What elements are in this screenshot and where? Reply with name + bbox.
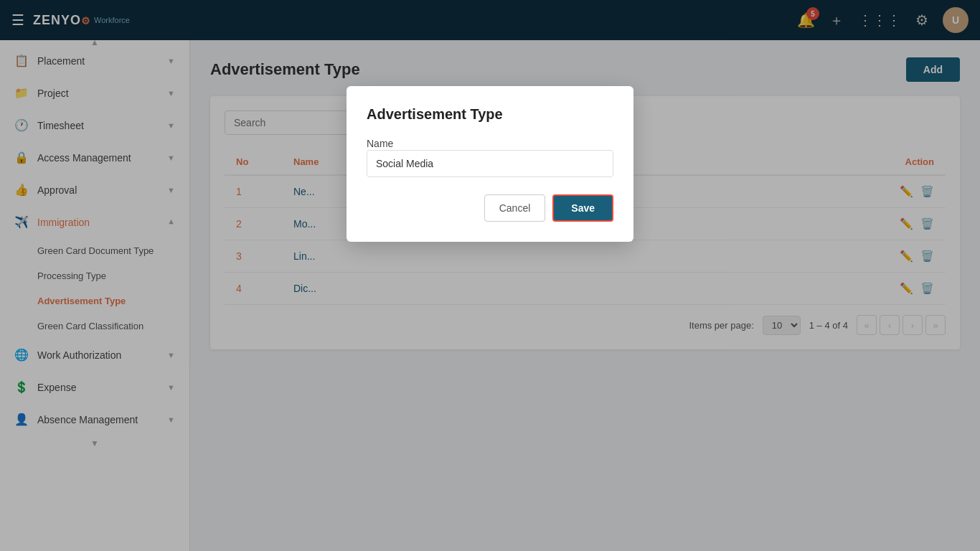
save-button[interactable]: Save [552,194,613,222]
advertisement-type-modal: Advertisement Type Name Cancel Save [347,86,633,242]
modal-name-input[interactable] [367,150,613,177]
cancel-button[interactable]: Cancel [484,194,546,222]
modal-actions: Cancel Save [367,194,613,222]
modal-title: Advertisement Type [367,106,613,123]
modal-name-label: Name [367,138,393,149]
modal-overlay: Advertisement Type Name Cancel Save [0,0,980,551]
